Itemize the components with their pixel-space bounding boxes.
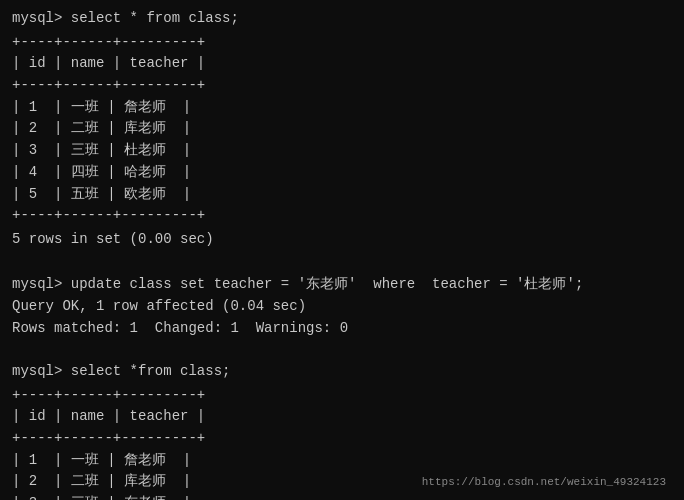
table1-header: | id | name | teacher | [12, 53, 672, 75]
prompt2: mysql> [12, 276, 71, 292]
query2-result2: Rows matched: 1 Changed: 1 Warnings: 0 [12, 318, 672, 340]
terminal: mysql> select * from class; +----+------… [12, 8, 672, 492]
table2-header: | id | name | teacher | [12, 406, 672, 428]
watermark: https://blog.csdn.net/weixin_49324123 [422, 476, 666, 488]
query2-result1: Query OK, 1 row affected (0.04 sec) [12, 296, 672, 318]
query2-text: update class set teacher = '东老师' where t… [71, 276, 583, 292]
rows-result: 5 rows in set (0.00 sec) [12, 229, 672, 251]
prompt3: mysql> [12, 363, 71, 379]
table2-row1: | 1 | 一班 | 詹老师 | [12, 450, 672, 472]
query3-text: select *from class; [71, 363, 231, 379]
table1-row1: | 1 | 一班 | 詹老师 | [12, 97, 672, 119]
prompt1: mysql> [12, 10, 71, 26]
query3-line: mysql> select *from class; [12, 361, 672, 383]
table1-border-top: +----+------+---------+ [12, 32, 672, 54]
table1-row3: | 3 | 三班 | 杜老师 | [12, 140, 672, 162]
table1-row5: | 5 | 五班 | 欧老师 | [12, 184, 672, 206]
table1-container: +----+------+---------+ | id | name | te… [12, 32, 672, 227]
table1-border-mid: +----+------+---------+ [12, 75, 672, 97]
query1-line: mysql> select * from class; [12, 8, 672, 30]
table1-border-bottom: +----+------+---------+ [12, 205, 672, 227]
table2-border-mid: +----+------+---------+ [12, 428, 672, 450]
blank2 [12, 339, 672, 361]
table2-border-top: +----+------+---------+ [12, 385, 672, 407]
query1-text: select * from class; [71, 10, 239, 26]
table2-row3: | 3 | 三班 | 东老师 | [12, 493, 672, 500]
table1-row4: | 4 | 四班 | 哈老师 | [12, 162, 672, 184]
query2-line: mysql> update class set teacher = '东老师' … [12, 274, 672, 296]
table1-row2: | 2 | 二班 | 库老师 | [12, 118, 672, 140]
blank1 [12, 253, 672, 275]
